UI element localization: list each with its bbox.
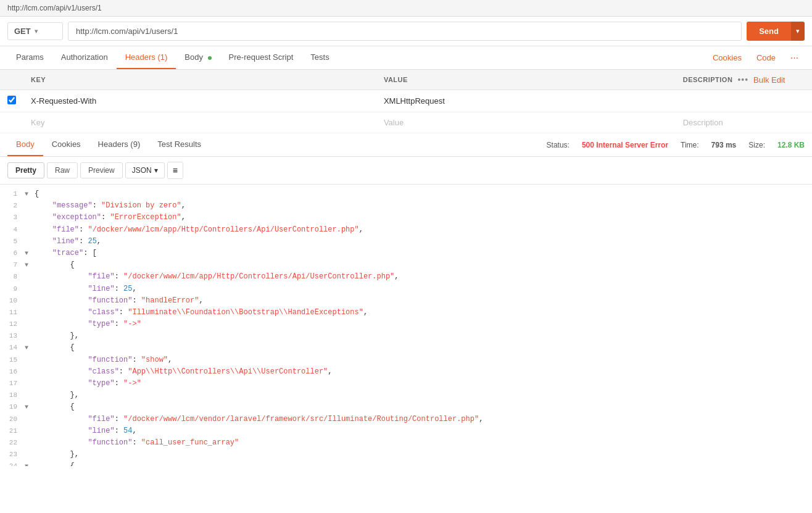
line-number: 11 [0,307,25,319]
method-select[interactable]: GET ▾ [7,22,63,40]
line-content: "exception": "ErrorException", [35,212,812,223]
status-value: 500 Internal Server Error [582,141,668,149]
response-toolbar: Pretty Raw Preview JSON ▾ ≡ [0,157,812,185]
line-number: 13 [0,330,25,342]
th-actions: DESCRIPTION ••• Bulk Edit [683,75,805,85]
line-content: "line": 54, [35,425,812,437]
title-url: http://lcm.com/api/v1/users/1 [7,4,102,12]
line-content: }, [35,390,812,401]
line-number: 23 [0,449,25,461]
line-toggle [25,425,35,427]
line-content: "class": "Illuminate\\Foundation\\Bootst… [35,307,812,319]
empty-key[interactable]: Key [23,112,376,133]
line-toggle[interactable]: ▼ [25,248,35,259]
tab-params[interactable]: Params [7,46,52,69]
code-line: 5 "line": 25, [0,236,812,248]
request-bar: GET ▾ Send ▾ [0,17,812,46]
url-input[interactable] [68,22,742,41]
response-tabs-row: Body Cookies Headers (9) Test Results St… [0,133,812,157]
line-content: { [35,188,812,200]
line-toggle[interactable]: ▼ [25,342,35,353]
method-chevron-icon: ▾ [35,28,38,35]
line-toggle [25,414,35,415]
line-toggle[interactable]: ▼ [25,259,35,270]
line-toggle[interactable]: ▼ [25,401,35,412]
resp-tab-cookies[interactable]: Cookies [43,133,89,156]
code-line: 13 }, [0,330,812,342]
line-content: "function": "show", [35,354,812,366]
code-line: 18 }, [0,390,812,401]
line-number: 2 [0,200,25,212]
line-content: "type": "->" [35,378,812,390]
tab-body[interactable]: Body [176,46,220,69]
line-toggle [25,437,35,438]
line-number: 5 [0,236,25,248]
code-line: 15 "function": "show", [0,354,812,366]
row-checkbox-cell [0,90,23,112]
resp-tab-body[interactable]: Body [7,133,43,156]
code-line: 3 "exception": "ErrorException", [0,212,812,223]
json-format-button[interactable]: JSON ▾ [125,162,165,178]
send-button[interactable]: Send [747,22,791,41]
line-content: { [35,259,812,271]
code-line: 6▼ "trace": [ [0,248,812,259]
line-content: { [35,401,812,413]
line-toggle [25,307,35,308]
line-number: 19 [0,401,25,413]
resp-tab-headers[interactable]: Headers (9) [89,133,149,156]
line-toggle[interactable]: ▼ [25,461,35,466]
code-line: 24▼ { [0,461,812,466]
more-options-button[interactable]: ••• [737,75,748,85]
filter-button[interactable]: ≡ [167,162,183,179]
line-toggle[interactable]: ▼ [25,188,35,199]
line-toggle [25,330,35,332]
tab-more[interactable]: ⋯ [784,47,805,69]
row-description [676,90,812,112]
line-content: "line": 25, [35,236,812,248]
line-toggle [25,366,35,367]
code-line: 11 "class": "Illuminate\\Foundation\\Boo… [0,307,812,319]
empty-value[interactable]: Value [376,112,676,133]
line-toggle [25,283,35,285]
line-number: 8 [0,271,25,283]
line-content: }, [35,330,812,342]
line-toggle [25,319,35,320]
tab-authorization[interactable]: Authorization [52,46,117,69]
tab-pre-request[interactable]: Pre-request Script [220,46,302,69]
empty-description[interactable]: Description [676,112,812,133]
pretty-button[interactable]: Pretty [7,162,44,178]
line-number: 22 [0,437,25,449]
row-checkbox[interactable] [7,96,16,104]
tab-code[interactable]: Code [750,47,782,69]
line-content: "file": "/docker/www/lcm/app/Http/Contro… [35,224,812,236]
code-line: 1▼{ [0,188,812,200]
line-toggle [25,354,35,356]
bulk-edit-button[interactable]: Bulk Edit [753,75,785,85]
line-number: 18 [0,390,25,401]
status-bar: Status: 500 Internal Server Error Time: … [547,141,805,149]
line-toggle [25,449,35,450]
line-number: 6 [0,248,25,259]
code-line: 21 "line": 54, [0,425,812,437]
send-dropdown-button[interactable]: ▾ [791,22,805,41]
line-number: 14 [0,342,25,354]
raw-button[interactable]: Raw [47,162,78,178]
line-number: 4 [0,224,25,236]
empty-checkbox-cell [0,112,23,133]
line-number: 1 [0,188,25,200]
code-line: 19▼ { [0,401,812,413]
line-number: 20 [0,414,25,425]
code-line: 22 "function": "call_user_func_array" [0,437,812,449]
line-toggle [25,212,35,213]
preview-button[interactable]: Preview [80,162,123,178]
line-number: 24 [0,461,25,466]
status-label: Status: [547,141,570,149]
line-number: 15 [0,354,25,366]
tab-tests[interactable]: Tests [302,46,338,69]
tab-headers[interactable]: Headers (1) [117,46,176,69]
line-toggle [25,224,35,225]
line-toggle [25,295,35,296]
resp-tab-test-results[interactable]: Test Results [149,133,210,156]
tab-cookies[interactable]: Cookies [706,47,748,69]
line-content: "function": "handleError", [35,295,812,307]
